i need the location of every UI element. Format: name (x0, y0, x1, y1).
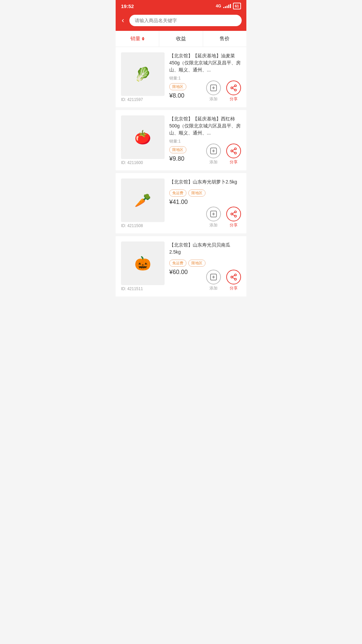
tag-region: 限地区 (188, 190, 205, 197)
product-image-2: 🥕 (121, 178, 165, 222)
product-image-3: 🎃 (121, 241, 165, 285)
share-label-3: 分享 (230, 285, 238, 291)
add-button-2[interactable]: 添加 (206, 207, 221, 228)
add-button-3[interactable]: 添加 (206, 270, 221, 291)
svg-line-31 (233, 275, 235, 277)
sort-tab-revenue[interactable]: 收益 (159, 31, 203, 47)
table-row: 🎃 ID: 4211511 【北京馆】山东寿光贝贝南瓜2.5kg 免运费 限地区… (116, 236, 246, 297)
svg-line-6 (233, 88, 235, 90)
add-icon-3[interactable] (206, 270, 221, 284)
action-buttons-0: 添加 分享 (206, 80, 241, 102)
tag-region: 限地区 (188, 260, 205, 267)
add-label-3: 添加 (209, 285, 218, 291)
add-icon-2[interactable] (206, 207, 221, 221)
tag-free: 免运费 (169, 190, 186, 197)
product-list: 🥬 ID: 4211597 【北京馆】【延庆基地】油麦菜450g（仅限北京城六区… (116, 47, 246, 297)
svg-point-27 (235, 274, 237, 276)
share-icon-0[interactable] (226, 80, 241, 95)
svg-line-30 (233, 277, 235, 279)
add-label-0: 添加 (209, 96, 218, 102)
action-buttons-1: 添加 分享 (206, 144, 241, 165)
svg-point-12 (231, 150, 233, 152)
product-id-1: ID: 4211600 (121, 160, 143, 165)
status-right: 4G 61 (216, 3, 241, 9)
product-emoji-2: 🥕 (121, 178, 165, 222)
product-title-0: 【北京馆】【延庆基地】油麦菜450g（仅限北京城六区及昌平、房山、顺义、通州、.… (169, 52, 241, 73)
search-input[interactable] (135, 18, 236, 23)
tag-region: 限地区 (169, 83, 186, 90)
product-emoji-0: 🥬 (121, 52, 165, 96)
svg-point-4 (231, 87, 233, 89)
sort-arrows-icon (142, 37, 144, 41)
svg-line-23 (233, 212, 235, 214)
product-title-1: 【北京馆】【延庆基地】西红柿500g（仅限北京城六区及昌平、房山、顺义、通州、.… (169, 115, 241, 137)
svg-point-29 (235, 278, 237, 280)
add-label-1: 添加 (209, 159, 218, 165)
product-title-2: 【北京馆】山东寿光胡萝卜2.5kg (169, 178, 241, 185)
product-tags-2: 免运费 限地区 (169, 190, 241, 197)
add-label-2: 添加 (209, 222, 218, 228)
battery-icon: 61 (233, 3, 241, 9)
product-image-0: 🥬 (121, 52, 165, 96)
svg-point-28 (231, 276, 233, 278)
svg-point-13 (235, 152, 237, 154)
share-icon-2[interactable] (226, 207, 241, 221)
action-buttons-3: 添加 分享 (206, 270, 241, 291)
action-buttons-2: 添加 分享 (206, 207, 241, 228)
svg-point-3 (235, 85, 237, 87)
header: ‹ (116, 11, 246, 31)
search-bar[interactable] (129, 15, 242, 26)
product-price-2: ¥41.00 (169, 199, 241, 206)
product-id-3: ID: 4211511 (121, 286, 143, 291)
add-icon-0[interactable] (206, 80, 221, 95)
svg-point-21 (235, 215, 237, 217)
product-id-2: ID: 4211508 (121, 223, 143, 228)
svg-line-14 (233, 151, 235, 153)
product-title-3: 【北京馆】山东寿光贝贝南瓜2.5kg (169, 241, 241, 256)
share-button-2[interactable]: 分享 (226, 207, 241, 228)
svg-point-19 (235, 211, 237, 213)
add-button-0[interactable]: 添加 (206, 80, 221, 102)
share-label-2: 分享 (230, 222, 238, 228)
add-button-1[interactable]: 添加 (206, 144, 221, 165)
share-button-1[interactable]: 分享 (226, 144, 241, 165)
product-emoji-1: 🍅 (121, 115, 165, 159)
svg-point-11 (235, 148, 237, 150)
svg-point-20 (231, 213, 233, 215)
product-emoji-3: 🎃 (121, 241, 165, 285)
network-label: 4G (216, 4, 221, 8)
svg-line-7 (233, 86, 235, 88)
time: 19:52 (121, 3, 134, 9)
table-row: 🥬 ID: 4211597 【北京馆】【延庆基地】油麦菜450g（仅限北京城六区… (116, 47, 246, 107)
tag-free: 免运费 (169, 260, 186, 267)
tag-region: 限地区 (169, 146, 186, 153)
add-icon-1[interactable] (206, 144, 221, 158)
sort-tab-price[interactable]: 售价 (203, 31, 246, 47)
share-button-0[interactable]: 分享 (226, 80, 241, 102)
product-image-1: 🍅 (121, 115, 165, 159)
share-label-1: 分享 (230, 159, 238, 165)
share-label-0: 分享 (230, 96, 238, 102)
share-icon-3[interactable] (226, 270, 241, 284)
table-row: 🥕 ID: 4211508 【北京馆】山东寿光胡萝卜2.5kg 免运费 限地区 … (116, 173, 246, 233)
product-id-0: ID: 4211597 (121, 97, 143, 102)
sort-tab-sales[interactable]: 销量 (116, 31, 159, 47)
share-button-3[interactable]: 分享 (226, 270, 241, 291)
share-icon-1[interactable] (226, 144, 241, 158)
status-bar: 19:52 4G 61 (116, 0, 246, 11)
svg-point-5 (235, 89, 237, 91)
product-tags-3: 免运费 限地区 (169, 260, 241, 267)
sort-tabs: 销量 收益 售价 (116, 31, 246, 47)
svg-line-15 (233, 149, 235, 151)
back-button[interactable]: ‹ (120, 15, 125, 25)
signal-icon (223, 4, 231, 8)
table-row: 🍅 ID: 4211600 【北京馆】【延庆基地】西红柿500g（仅限北京城六区… (116, 110, 246, 170)
svg-line-22 (233, 214, 235, 216)
